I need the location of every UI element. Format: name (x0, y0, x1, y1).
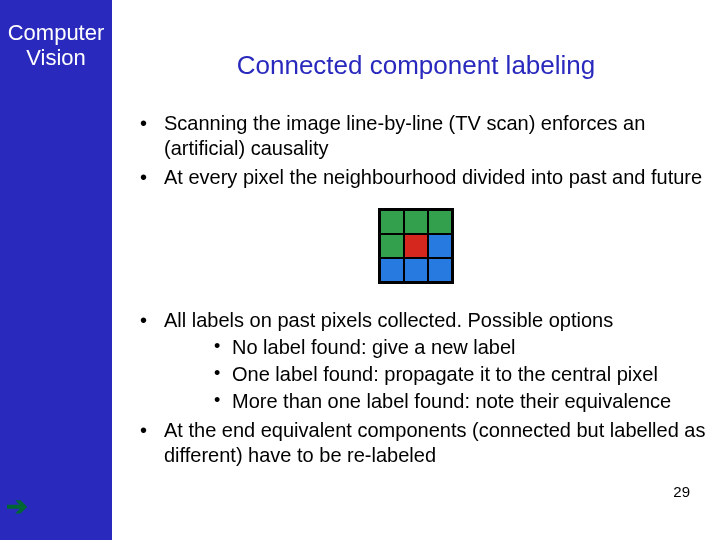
bullets-top: Scanning the image line-by-line (TV scan… (120, 111, 712, 190)
pixel-cell (428, 234, 452, 258)
pixel-cell (404, 210, 428, 234)
sub-bullet-item: One label found: propagate it to the cen… (164, 362, 712, 387)
pixel-grid-wrap (120, 208, 712, 284)
bullet-item: At every pixel the neighbourhood divided… (120, 165, 712, 190)
page-number: 29 (673, 483, 690, 500)
bullet-item: At the end equivalent components (connec… (120, 418, 712, 468)
pixel-cell (404, 234, 428, 258)
pixel-cell (380, 234, 404, 258)
pixel-cell (380, 210, 404, 234)
slide: Computer Vision ➔ Connected component la… (0, 0, 720, 540)
pixel-cell (428, 258, 452, 282)
main-content: Connected component labeling Scanning th… (112, 0, 720, 540)
bullets-bottom: All labels on past pixels collected. Pos… (120, 308, 712, 468)
sidebar: Computer Vision ➔ (0, 0, 112, 540)
page-title: Connected component labeling (120, 50, 712, 81)
pixel-cell (404, 258, 428, 282)
bullet-item: All labels on past pixels collected. Pos… (120, 308, 712, 414)
pixel-cell (380, 258, 404, 282)
sidebar-title-line1: Computer (8, 20, 105, 45)
sidebar-title: Computer Vision (0, 20, 112, 71)
pixel-cell (428, 210, 452, 234)
bullet-item: Scanning the image line-by-line (TV scan… (120, 111, 712, 161)
sidebar-title-line2: Vision (26, 45, 86, 70)
pixel-grid (378, 208, 454, 284)
bullet-text: All labels on past pixels collected. Pos… (164, 309, 613, 331)
arrow-icon: ➔ (6, 491, 28, 522)
sub-bullets: No label found: give a new label One lab… (164, 335, 712, 414)
sub-bullet-item: No label found: give a new label (164, 335, 712, 360)
sub-bullet-item: More than one label found: note their eq… (164, 389, 712, 414)
